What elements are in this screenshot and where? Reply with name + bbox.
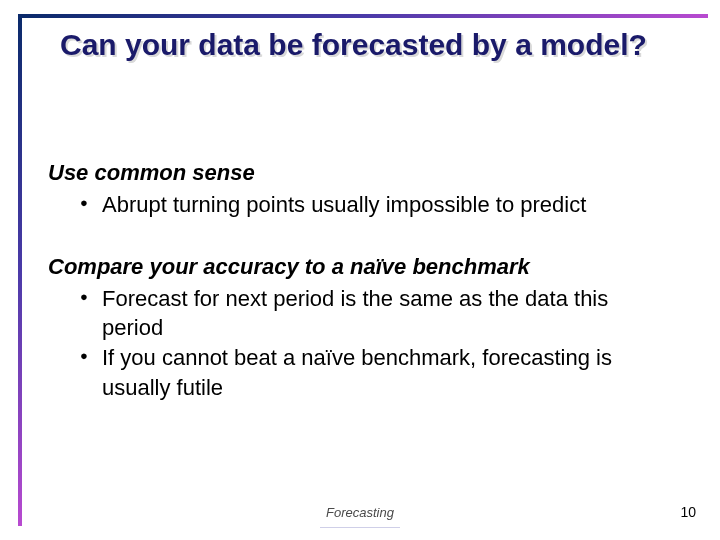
section-heading: Compare your accuracy to a naïve benchma… [48, 254, 672, 280]
bullet-list: Forecast for next period is the same as … [80, 284, 672, 403]
bullet-item: Forecast for next period is the same as … [80, 284, 672, 343]
frame-top-border [18, 14, 708, 18]
footer-underline [320, 527, 400, 528]
bullet-list: Abrupt turning points usually impossible… [80, 190, 672, 220]
bullet-item: Abrupt turning points usually impossible… [80, 190, 672, 220]
page-number: 10 [680, 504, 696, 520]
bullet-item: If you cannot beat a naïve benchmark, fo… [80, 343, 672, 402]
footer-label: Forecasting [0, 505, 720, 520]
slide-title-area: Can your data be forecasted by a model? … [60, 26, 680, 64]
slide-title: Can your data be forecasted by a model? [60, 26, 680, 64]
section-heading: Use common sense [48, 160, 672, 186]
frame-left-border [18, 14, 22, 526]
slide-content: Use common sense Abrupt turning points u… [48, 160, 672, 432]
